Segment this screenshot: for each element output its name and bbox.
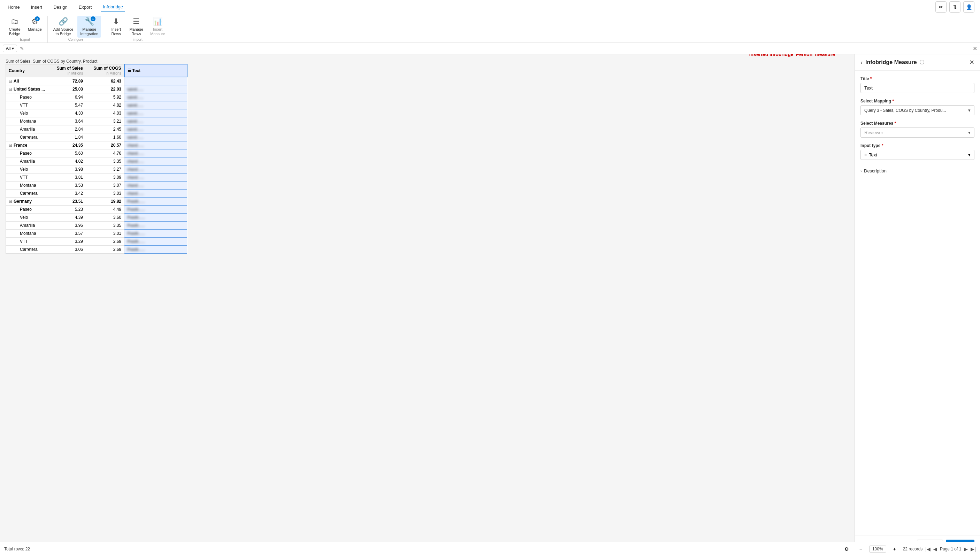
table-row: Carretera 3.06 2.69 Preeth...... <box>6 245 187 253</box>
table-row: Velo 4.39 3.60 Preeth...... <box>6 213 187 221</box>
cell-text[interactable]: Preeth...... <box>125 237 187 245</box>
title-input[interactable] <box>860 83 974 93</box>
cell-text[interactable]: saivid...... <box>125 117 187 125</box>
last-page-button[interactable]: ▶| <box>970 546 976 552</box>
menu-infobridge[interactable]: Infobridge <box>101 3 125 11</box>
cell-sales: 5.60 <box>51 149 86 157</box>
cell-cogs: 22.03 <box>86 85 125 93</box>
ribbon-configure-items: 🔗 Add Sourceto Bridge 🔧 1 ManageIntegrat… <box>50 16 101 38</box>
menu-design[interactable]: Design <box>51 3 70 11</box>
select-measures-arrow-icon: ▾ <box>968 130 970 135</box>
create-bridge-button[interactable]: 🗂 CreateBridge <box>6 16 24 38</box>
user-icon-btn[interactable]: 👤 <box>963 2 974 13</box>
cell-text[interactable]: saivid...... <box>125 133 187 141</box>
zoom-out-button[interactable]: − <box>855 543 867 554</box>
cell-cogs: 20.57 <box>86 141 125 149</box>
cell-country: Montana <box>6 117 51 125</box>
cell-sales: 4.30 <box>51 109 86 117</box>
manage-integration-button[interactable]: 🔧 1 ManageIntegration <box>78 16 101 38</box>
cell-text[interactable]: Preeth...... <box>125 229 187 237</box>
filter-dropdown[interactable]: All ▾ <box>3 45 17 52</box>
cell-cogs: 3.35 <box>86 157 125 165</box>
ribbon-group-import: ⬇ InsertRows ☰ ManageRows 📊 InsertMeasur… <box>104 16 171 42</box>
cell-text[interactable]: saivid...... <box>125 109 187 117</box>
menu-home[interactable]: Home <box>6 3 22 11</box>
col-header-sales: Sum of Sales in Millions <box>51 64 86 77</box>
records-label: 22 records <box>903 546 923 551</box>
menu-export[interactable]: Export <box>77 3 94 11</box>
ribbon-group-configure: 🔗 Add Sourceto Bridge 🔧 1 ManageIntegrat… <box>48 16 104 42</box>
cell-text[interactable]: Preeth...... <box>125 245 187 253</box>
cell-country: Montana <box>6 229 51 237</box>
next-page-button[interactable]: ▶ <box>964 546 968 552</box>
toolbar-close-icon[interactable]: ✕ <box>973 45 977 52</box>
cell-sales: 2.84 <box>51 125 86 133</box>
cell-text[interactable]: Preeth...... <box>125 213 187 221</box>
edit-icon-btn[interactable]: ✏ <box>935 2 946 13</box>
cell-text[interactable]: saivid...... <box>125 85 187 93</box>
chart-title: Sum of Sales, Sum of COGS by Country, Pr… <box>6 59 97 64</box>
insert-rows-button[interactable]: ⬇ InsertRows <box>107 16 125 38</box>
cell-text[interactable]: Preeth...... <box>125 205 187 213</box>
cell-text[interactable]: chand...... <box>125 181 187 189</box>
settings-icon-btn[interactable]: ⚙ <box>841 543 852 554</box>
panel-info-icon[interactable]: ⓘ <box>920 59 924 66</box>
table-row: Carretera 3.42 3.03 chand...... <box>6 189 187 197</box>
expand-icon: ⊟ <box>9 87 12 92</box>
cell-text[interactable] <box>125 77 187 85</box>
cell-text[interactable]: saivid...... <box>125 101 187 109</box>
cell-text[interactable]: Preeth...... <box>125 221 187 229</box>
cell-text[interactable]: chand...... <box>125 189 187 197</box>
menu-insert[interactable]: Insert <box>29 3 45 11</box>
cell-cogs: 3.21 <box>86 117 125 125</box>
table-row: ⊟France 24.35 20.57 chand...... <box>6 141 187 149</box>
sync-icon-btn[interactable]: ⇅ <box>949 2 961 13</box>
cell-text[interactable]: chand...... <box>125 173 187 181</box>
manage-button[interactable]: ⚙ 3 Manage <box>25 16 45 33</box>
table-row: VTT 3.81 3.09 chand...... <box>6 173 187 181</box>
zoom-in-button[interactable]: + <box>889 543 900 554</box>
cell-text[interactable]: saivid...... <box>125 93 187 101</box>
cell-sales: 4.02 <box>51 157 86 165</box>
input-type-label: Input type * <box>860 143 974 148</box>
input-type-left: ≡ Text <box>864 152 877 157</box>
edit-pencil-icon[interactable]: ✎ <box>20 46 24 51</box>
table-header: Country Sum of Sales in Millions Sum of … <box>6 64 187 77</box>
cell-text[interactable]: chand...... <box>125 165 187 173</box>
col-header-cogs: Sum of COGS in Millions <box>86 64 125 77</box>
panel-close-button[interactable]: ✕ <box>969 58 974 66</box>
title-required-star: * <box>870 76 872 81</box>
add-source-button[interactable]: 🔗 Add Sourceto Bridge <box>50 16 76 38</box>
cell-sales: 4.39 <box>51 213 86 221</box>
cell-country: ⊟All <box>6 77 51 85</box>
cell-text[interactable]: saivid...... <box>125 125 187 133</box>
description-chevron-icon: › <box>860 169 862 173</box>
select-mapping-dropdown[interactable]: Query 3 - Sales, COGS by Country, Produ.… <box>860 105 974 115</box>
add-source-label: Add Sourceto Bridge <box>53 27 73 36</box>
cell-text[interactable]: chand...... <box>125 141 187 149</box>
expand-icon: ⊟ <box>9 143 12 148</box>
select-measures-dropdown[interactable]: Reviewer ▾ <box>860 128 974 137</box>
main-area: Sum of Sales, Sum of COGS by Country, Pr… <box>0 54 980 554</box>
cell-text[interactable]: Preeth...... <box>125 197 187 205</box>
cell-sales: 3.96 <box>51 221 86 229</box>
manage-rows-icon: ☰ <box>133 17 140 26</box>
panel-back-button[interactable]: ‹ <box>860 59 862 66</box>
insert-measure-button[interactable]: 📊 InsertMeasure <box>147 16 168 38</box>
prev-page-button[interactable]: ◀ <box>933 546 937 552</box>
cell-text[interactable]: chand...... <box>125 157 187 165</box>
table-row: Montana 3.57 3.01 Preeth...... <box>6 229 187 237</box>
cell-cogs: 2.69 <box>86 245 125 253</box>
cell-country: Amarilla <box>6 125 51 133</box>
input-type-lines-icon: ≡ <box>864 153 867 157</box>
input-type-dropdown[interactable]: ≡ Text ▾ <box>860 150 974 160</box>
manage-label: Manage <box>28 27 42 32</box>
cell-country: Paseo <box>6 205 51 213</box>
description-row[interactable]: › Description <box>860 165 974 176</box>
cell-country: ⊟France <box>6 141 51 149</box>
cell-text[interactable]: chand...... <box>125 149 187 157</box>
manage-integration-icon: 🔧 1 <box>85 17 94 26</box>
cell-country: Montana <box>6 181 51 189</box>
first-page-button[interactable]: |◀ <box>925 546 930 552</box>
manage-rows-button[interactable]: ☰ ManageRows <box>126 16 146 38</box>
